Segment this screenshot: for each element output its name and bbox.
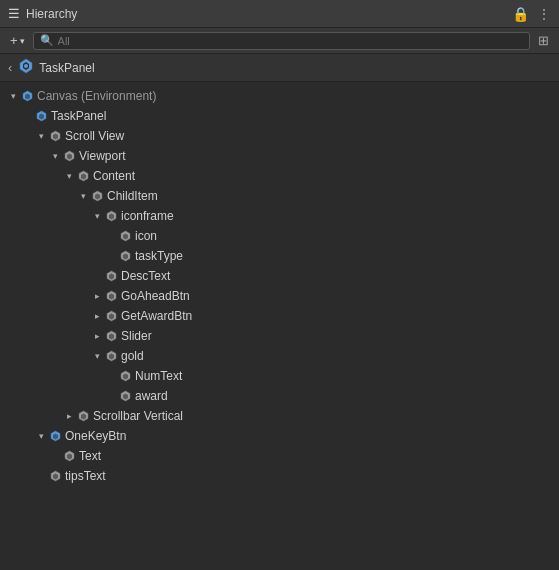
tree-item-label: Slider: [121, 329, 152, 343]
tree-item-label: DescText: [121, 269, 170, 283]
tree-arrow[interactable]: ▾: [62, 169, 76, 183]
cube-icon: [104, 289, 118, 303]
tree-item[interactable]: ▾ iconframe: [0, 206, 559, 226]
hierarchy-title: Hierarchy: [26, 7, 77, 21]
cube-icon: [104, 349, 118, 363]
tree-arrow[interactable]: ▾: [34, 129, 48, 143]
tree-item-label: OneKeyBtn: [65, 429, 126, 443]
tree-item[interactable]: NumText: [0, 366, 559, 386]
nav-panel-title: TaskPanel: [39, 61, 94, 75]
tree-arrow[interactable]: ▾: [90, 209, 104, 223]
topbar-right: 🔒 ⋮: [512, 6, 551, 22]
tree-item[interactable]: tipsText: [0, 466, 559, 486]
back-arrow[interactable]: ‹: [8, 60, 12, 75]
tree-item-label: TaskPanel: [51, 109, 106, 123]
tree-item[interactable]: taskType: [0, 246, 559, 266]
cube-icon: [104, 329, 118, 343]
tree-item-label: icon: [135, 229, 157, 243]
tree-item-label: NumText: [135, 369, 182, 383]
tree-item-label: tipsText: [65, 469, 106, 483]
tree-item[interactable]: ▾ Canvas (Environment): [0, 86, 559, 106]
cube-icon: [118, 369, 132, 383]
tree-item-label: ChildItem: [107, 189, 158, 203]
tree-item-label: taskType: [135, 249, 183, 263]
tree-item[interactable]: DescText: [0, 266, 559, 286]
tree-item[interactable]: ▸ Scrollbar Vertical: [0, 406, 559, 426]
tree-item-label: Text: [79, 449, 101, 463]
nav-title: TaskPanel: [18, 58, 94, 77]
tree-arrow[interactable]: ▸: [90, 329, 104, 343]
tree-item-label: Content: [93, 169, 135, 183]
cube-icon: [104, 209, 118, 223]
tree-item[interactable]: ▾ ChildItem: [0, 186, 559, 206]
cube-icon: [48, 429, 62, 443]
tree-item-label: gold: [121, 349, 144, 363]
add-button[interactable]: + ▾: [6, 31, 29, 50]
cube-icon: [104, 309, 118, 323]
search-box[interactable]: 🔍: [33, 32, 530, 50]
cube-icon: [62, 149, 76, 163]
tree-arrow[interactable]: ▸: [90, 289, 104, 303]
tree-item[interactable]: ▸ GetAwardBtn: [0, 306, 559, 326]
tree-item[interactable]: ▾ Content: [0, 166, 559, 186]
tree-arrow[interactable]: ▸: [62, 409, 76, 423]
tree-item[interactable]: ▸ GoAheadBtn: [0, 286, 559, 306]
tree-item[interactable]: ▾ Scroll View: [0, 126, 559, 146]
add-dropdown-icon: ▾: [20, 36, 25, 46]
tree-item-label: GetAwardBtn: [121, 309, 192, 323]
tree-arrow[interactable]: ▾: [90, 349, 104, 363]
cube-icon: [118, 229, 132, 243]
svg-point-2: [24, 64, 28, 68]
tree-arrow[interactable]: ▾: [34, 429, 48, 443]
nav-bar: ‹ TaskPanel: [0, 54, 559, 82]
tree-item-label: Canvas (Environment): [37, 89, 156, 103]
tree-item-label: Viewport: [79, 149, 125, 163]
tree-area: ▾ Canvas (Environment) TaskPanel▾ Scroll…: [0, 82, 559, 570]
cube-icon: [62, 449, 76, 463]
tree-item-label: iconframe: [121, 209, 174, 223]
search-input[interactable]: [58, 35, 523, 47]
more-icon[interactable]: ⋮: [537, 6, 551, 22]
tree-item[interactable]: icon: [0, 226, 559, 246]
tree-arrow[interactable]: ▾: [76, 189, 90, 203]
cube-icon: [34, 109, 48, 123]
cube-icon: [118, 249, 132, 263]
cube-icon: [76, 409, 90, 423]
tree-arrow[interactable]: ▸: [90, 309, 104, 323]
tree-item-label: GoAheadBtn: [121, 289, 190, 303]
cube-icon: [90, 189, 104, 203]
tree-item[interactable]: ▾ OneKeyBtn: [0, 426, 559, 446]
lock-icon[interactable]: 🔒: [512, 6, 529, 22]
cube-icon: [104, 269, 118, 283]
cube-icon: [48, 129, 62, 143]
tree-item[interactable]: ▾ gold: [0, 346, 559, 366]
cube-icon: [76, 169, 90, 183]
tree-arrow[interactable]: ▾: [48, 149, 62, 163]
tree-item[interactable]: ▸ Slider: [0, 326, 559, 346]
tree-item[interactable]: ▾ Viewport: [0, 146, 559, 166]
tree-item[interactable]: award: [0, 386, 559, 406]
tree-item[interactable]: TaskPanel: [0, 106, 559, 126]
tree-item-label: Scroll View: [65, 129, 124, 143]
cube-icon: [118, 389, 132, 403]
search-icon: 🔍: [40, 34, 54, 47]
hierarchy-icon: ☰: [8, 6, 20, 21]
tree-item[interactable]: Text: [0, 446, 559, 466]
hierarchy-topbar: ☰ Hierarchy 🔒 ⋮: [0, 0, 559, 28]
taskpanel-unity-icon: [18, 58, 34, 77]
zoom-button[interactable]: ⊞: [534, 31, 553, 50]
cube-icon: [20, 89, 34, 103]
add-label: +: [10, 33, 18, 48]
tree-item-label: Scrollbar Vertical: [93, 409, 183, 423]
topbar-left: ☰ Hierarchy: [8, 6, 77, 21]
tree-item-label: award: [135, 389, 168, 403]
cube-icon: [48, 469, 62, 483]
tree-arrow[interactable]: ▾: [6, 89, 20, 103]
toolbar: + ▾ 🔍 ⊞: [0, 28, 559, 54]
